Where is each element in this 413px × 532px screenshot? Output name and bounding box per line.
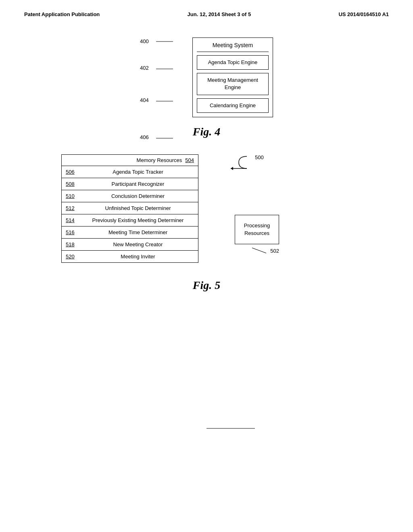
table-row: 508 Participant Recognizer	[62, 178, 198, 190]
row-label-520: Meeting Inviter	[82, 254, 194, 260]
processing-line2: Resources	[244, 230, 269, 236]
memory-resources-title: Memory Resources	[137, 157, 182, 163]
fig4-ref406: 406	[140, 134, 149, 140]
fig5-section: Memory Resources 504 506 Agenda Topic Tr…	[45, 150, 368, 267]
memory-ref504: 504	[185, 157, 194, 163]
table-row: 516 Meeting Time Determiner	[62, 227, 198, 239]
fig4-label: Fig. 4	[0, 125, 413, 138]
ref502-area: 502	[235, 246, 279, 256]
agenda-topic-engine-box: Agenda Topic Engine	[197, 55, 269, 70]
ref-510: 510	[66, 193, 78, 199]
header-left: Patent Application Publication	[24, 11, 100, 17]
row-label-506: Agenda Topic Tracker	[82, 169, 194, 175]
processing-line1: Processing	[244, 222, 270, 229]
fig4-ref402: 402	[140, 65, 149, 71]
ref-520: 520	[66, 254, 78, 260]
row-label-512: Unfinished Topic Determiner	[82, 205, 194, 211]
fig4-section: 400 402 404 406 Meeting System A	[65, 33, 348, 117]
calendaring-engine-box: Calendaring Engine	[197, 98, 269, 113]
svg-marker-5	[231, 167, 233, 170]
header-middle: Jun. 12, 2014 Sheet 3 of 5	[188, 11, 251, 17]
fig4-connector-lines	[153, 37, 177, 162]
ref500-area: 500	[227, 154, 264, 170]
meeting-management-engine-box: Meeting Management Engine	[197, 73, 269, 95]
row-label-508: Participant Recognizer	[82, 181, 194, 187]
memory-header-row: Memory Resources 504	[62, 155, 198, 166]
fig4-ref400: 400	[140, 38, 149, 44]
fig5-right: 500 Processing Resources 502	[223, 154, 303, 256]
meeting-system-title: Meeting System	[197, 42, 269, 52]
ref-500: 500	[255, 154, 264, 160]
processing-resources-area: Processing Resources 502	[235, 215, 279, 256]
row-label-516: Meeting Time Determiner	[82, 229, 194, 235]
memory-resources-box: Memory Resources 504 506 Agenda Topic Tr…	[61, 154, 198, 263]
connector-memory-processing	[206, 424, 287, 436]
table-row: 510 Conclusion Determiner	[62, 190, 198, 202]
processing-resources-box: Processing Resources	[235, 215, 279, 244]
row-label-518: New Meeting Creator	[82, 241, 194, 247]
svg-line-6	[252, 248, 266, 253]
ref-512: 512	[66, 205, 78, 211]
page-header: Patent Application Publication Jun. 12, …	[0, 0, 413, 21]
ref-506: 506	[66, 169, 78, 175]
table-row: 506 Agenda Topic Tracker	[62, 166, 198, 178]
ref-502: 502	[270, 248, 279, 254]
bracket-500-svg	[227, 154, 259, 170]
arrow-502-svg	[250, 246, 270, 256]
table-row: 520 Meeting Inviter	[62, 251, 198, 262]
table-row: 512 Unfinished Topic Determiner	[62, 202, 198, 214]
header-right: US 2014/0164510 A1	[338, 11, 389, 17]
fig5-label: Fig. 5	[0, 279, 413, 292]
fig4-ref404: 404	[140, 97, 149, 103]
ref-514: 514	[66, 217, 78, 223]
row-label-514: Previously Existing Meeting Determiner	[82, 217, 194, 223]
table-row: 518 New Meeting Creator	[62, 239, 198, 251]
ref-516: 516	[66, 229, 78, 235]
ref-518: 518	[66, 241, 78, 247]
memory-resources-container: Memory Resources 504 506 Agenda Topic Tr…	[61, 154, 198, 263]
ref-508: 508	[66, 181, 78, 187]
row-label-510: Conclusion Determiner	[82, 193, 194, 199]
table-row: 514 Previously Existing Meeting Determin…	[62, 214, 198, 227]
